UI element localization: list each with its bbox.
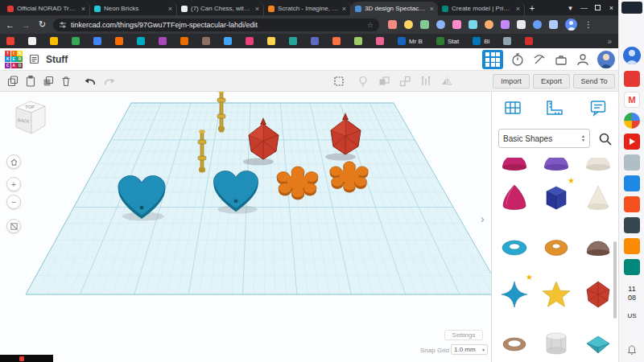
- bookmark-favicon[interactable]: [115, 37, 123, 45]
- extension-icon[interactable]: [485, 20, 493, 29]
- bookmark-star-icon[interactable]: ☆: [367, 21, 374, 29]
- bookmark-favicon[interactable]: [376, 37, 384, 45]
- zoom-in-button[interactable]: +: [6, 177, 21, 191]
- workplane-tool-icon[interactable]: [503, 98, 522, 117]
- bookmark-favicon[interactable]: [159, 37, 167, 45]
- tune-icon[interactable]: [59, 21, 67, 29]
- taskbar-account-icon[interactable]: [623, 47, 641, 64]
- zoom-out-button[interactable]: −: [6, 195, 21, 209]
- send-to-button[interactable]: Send To: [573, 74, 615, 88]
- shape-torus[interactable]: [498, 230, 530, 262]
- puzzle-icon[interactable]: [549, 20, 558, 29]
- bookmark-favicon[interactable]: [246, 37, 254, 45]
- group-icon[interactable]: [378, 75, 390, 88]
- tab-norad[interactable]: Official NORAD Track... ×: [3, 2, 90, 15]
- new-tab-button[interactable]: +: [525, 2, 539, 15]
- shape-scroll-area[interactable]: ★ ★: [492, 158, 617, 362]
- extension-icon[interactable]: [404, 20, 413, 29]
- close-window-button[interactable]: ×: [605, 0, 618, 15]
- ungroup-icon[interactable]: [398, 75, 411, 88]
- bookmark-favicon[interactable]: [354, 37, 362, 45]
- shape-tile-partial-2[interactable]: [540, 158, 572, 175]
- shape-hex-prism[interactable]: ★: [540, 182, 572, 214]
- bookmarks-overflow-icon[interactable]: »: [607, 37, 612, 46]
- bookmark-favicon[interactable]: [525, 37, 533, 45]
- tab-close-icon[interactable]: ×: [342, 5, 346, 13]
- tab-close-icon[interactable]: ×: [168, 5, 172, 13]
- minimize-button[interactable]: —: [577, 0, 591, 15]
- shape-tile-partial-3[interactable]: [582, 158, 614, 175]
- paste-icon[interactable]: [24, 75, 37, 88]
- shape-half-sphere[interactable]: [582, 230, 614, 262]
- object-heart-1[interactable]: [111, 175, 172, 222]
- tinkercad-logo[interactable]: TIN KER CAD: [5, 51, 23, 68]
- bookmark-favicon[interactable]: [202, 37, 210, 45]
- youtube-icon[interactable]: [624, 134, 640, 150]
- view-cube[interactable]: TOP BACK: [10, 95, 50, 140]
- settings-button[interactable]: Settings: [444, 330, 483, 340]
- tab-printables[interactable]: Create model | Printab... ×: [438, 2, 525, 15]
- object-axle-2[interactable]: [193, 127, 211, 175]
- shape-cone[interactable]: [582, 182, 614, 214]
- import-button[interactable]: Import: [493, 74, 530, 88]
- extension-icon[interactable]: [517, 20, 526, 29]
- language-indicator[interactable]: US: [619, 312, 644, 319]
- tab-close-icon[interactable]: ×: [430, 5, 434, 13]
- stopwatch-icon[interactable]: [510, 52, 525, 67]
- taskbar-app-icon[interactable]: [624, 259, 640, 275]
- object-splat-2[interactable]: [326, 159, 373, 194]
- bookmark-favicon[interactable]: [311, 37, 319, 45]
- object-splat-1[interactable]: [273, 164, 323, 201]
- ruler-tool-icon[interactable]: [545, 98, 564, 117]
- panel-collapse-handle[interactable]: ›: [481, 212, 485, 225]
- bookmark-folder-stat[interactable]: Stat: [436, 37, 459, 45]
- taskbar-app-icon[interactable]: [624, 154, 640, 171]
- bookmark-favicon[interactable]: [503, 37, 511, 45]
- align-icon[interactable]: [419, 75, 432, 88]
- browser-profile-avatar[interactable]: [565, 19, 577, 31]
- panel-scrollbar[interactable]: [613, 241, 617, 319]
- bookmark-favicon[interactable]: [137, 37, 145, 45]
- object-axle-1[interactable]: [213, 92, 230, 134]
- profile-icon[interactable]: [576, 52, 590, 67]
- tab-close-icon[interactable]: ×: [255, 5, 259, 13]
- extension-icon[interactable]: [388, 20, 397, 29]
- user-avatar[interactable]: [597, 51, 615, 68]
- extension-icon[interactable]: [436, 20, 445, 29]
- show-all-icon[interactable]: [332, 75, 345, 88]
- shape-shooting-star[interactable]: ★: [498, 278, 530, 311]
- tab-neon-bricks[interactable]: Neon Bricks ×: [90, 2, 177, 15]
- briefcase-icon[interactable]: [554, 52, 568, 67]
- forward-icon[interactable]: →: [21, 20, 31, 30]
- export-button[interactable]: Export: [533, 74, 570, 88]
- tab-search-icon[interactable]: ▾: [564, 0, 577, 15]
- duplicate-icon[interactable]: [42, 75, 55, 88]
- bookmark-favicon[interactable]: [28, 37, 36, 45]
- tab-scratch[interactable]: Scratch - Imagine, Pro... ×: [264, 2, 351, 15]
- shape-ring[interactable]: [498, 327, 530, 359]
- taskbar-app-icon[interactable]: [624, 71, 640, 87]
- bookmark-folder-mrb[interactable]: Mr B: [398, 37, 423, 45]
- shape-cylinder[interactable]: [540, 327, 572, 359]
- extension-icon[interactable]: [501, 20, 510, 29]
- flip-icon[interactable]: [440, 75, 453, 88]
- google-apps-icon[interactable]: [624, 113, 640, 129]
- maximize-button[interactable]: [591, 0, 605, 15]
- taskbar-app-icon[interactable]: [624, 217, 640, 233]
- home-view-button[interactable]: [6, 154, 21, 169]
- snap-grid-dropdown[interactable]: 1.0 mm ▾: [451, 344, 488, 355]
- back-icon[interactable]: ←: [5, 20, 15, 30]
- tab-tinkercad-active[interactable]: 3D design Spectacular... ×: [351, 2, 438, 15]
- object-heart-2[interactable]: [207, 171, 265, 215]
- taskbar-app-icon[interactable]: [624, 238, 640, 254]
- shape-icosahedron[interactable]: [582, 278, 614, 311]
- design-title[interactable]: Stuff: [46, 54, 68, 65]
- reload-icon[interactable]: ↻: [37, 19, 47, 30]
- shape-paraboloid[interactable]: [498, 182, 530, 214]
- bookmark-favicon[interactable]: [224, 37, 232, 45]
- notification-bell-icon[interactable]: [626, 344, 638, 356]
- notes-tool-icon[interactable]: [588, 98, 608, 117]
- fit-view-button[interactable]: [6, 219, 21, 233]
- shape-tube[interactable]: [540, 230, 572, 262]
- shapes-grid-button[interactable]: [482, 50, 503, 69]
